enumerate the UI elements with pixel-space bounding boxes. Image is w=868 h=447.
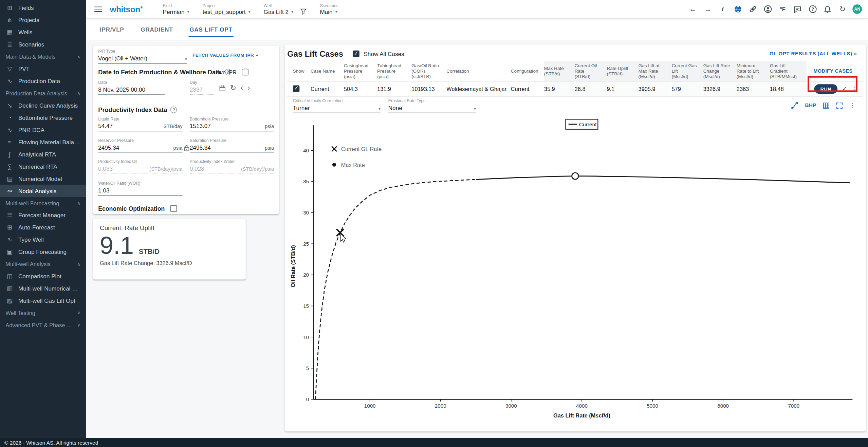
sidebar-section-title: Production Data Analysis: [5, 90, 75, 96]
back-icon[interactable]: ←: [688, 4, 698, 14]
tab-ipr-vlp[interactable]: IPR/VLP: [99, 22, 125, 37]
economic-optimization-checkbox[interactable]: [170, 205, 177, 212]
gl-opt-results-link[interactable]: GL OPT RESULTS (ALL WELLS) »: [770, 51, 857, 56]
scenarios-selector[interactable]: Scenarios Main▾: [320, 3, 338, 15]
account-icon[interactable]: [763, 4, 773, 14]
sidebar-item-numerical-rta[interactable]: ∑Numerical RTA: [0, 160, 86, 172]
calendar-icon[interactable]: [219, 85, 226, 91]
selector-value: Gas Lift 2: [264, 8, 289, 15]
chart-menu-icon[interactable]: ⋮: [849, 101, 856, 109]
sidebar-section-advanced-pvt-phase-beha[interactable]: Advanced PVT & Phase Beha...∨: [0, 319, 86, 331]
sidebar-item-pvt[interactable]: ▽PVT: [0, 63, 86, 75]
x-axis-title: Gas Lift Rate (Mscf/d): [553, 412, 610, 418]
app-logo[interactable]: whitson+: [110, 4, 143, 14]
wor-field[interactable]: Water/Oil Ratio (WOR) 1.03-: [98, 181, 182, 196]
well-filter-icon[interactable]: [300, 8, 307, 15]
critical-velocity-correlation-select[interactable]: Critical Velocity Correlation Turner▾: [293, 98, 381, 113]
sidebar-item-label: Type Well: [18, 236, 44, 243]
sidebar-item-multi-well-gas-lift-opt[interactable]: ▨Multi-well Gas Lift Opt: [0, 295, 86, 307]
row-menu-icon[interactable]: ⋮: [852, 85, 858, 93]
liquid-rate-field[interactable]: Liquid Rate 54.47STB/day: [98, 116, 182, 131]
reservoir-pressure-field[interactable]: Reservoir Pressure 2495.34psia: [98, 138, 182, 153]
sidebar-item-analytical-rta[interactable]: ∫Analytical RTA: [0, 148, 86, 160]
sidebar-item-pnr-dca[interactable]: ∿PNR DCA: [0, 124, 86, 136]
sidebar-item-decline-curve-analysis[interactable]: ↘Decline Curve Analysis: [0, 99, 86, 111]
sidebar-section-production-data-analysis[interactable]: Production Data Analysis∧: [0, 87, 86, 99]
selector-label: Project: [203, 3, 251, 8]
comparison-plot-icon: ◫: [5, 273, 14, 280]
user-avatar[interactable]: AN: [852, 4, 862, 14]
ipr-type-select[interactable]: IPR Type Vogel (Oil + Water)▾: [98, 49, 187, 64]
sidebar-item-auto-forecast[interactable]: ⊞Auto-Forecast: [0, 221, 86, 234]
field-label: Erosional Rate Type: [388, 98, 476, 103]
modify-cases-button[interactable]: MODIFY CASES: [814, 68, 853, 74]
refresh-icon[interactable]: ↻: [837, 4, 847, 14]
sidebar-item-nodal-analysis[interactable]: ∾Nodal Analysis: [0, 185, 86, 197]
date-section-title: Date to Fetch Production & Wellbore Data: [98, 69, 231, 76]
sidebar-item-scenarios[interactable]: ≣Scenarios: [0, 38, 86, 51]
link-icon[interactable]: [747, 4, 757, 14]
next-date-icon[interactable]: ›: [247, 84, 250, 91]
sidebar-section-well-testing[interactable]: Well Testing∨: [0, 307, 86, 319]
notifications-icon[interactable]: [823, 4, 832, 14]
sidebar-item-forecast-manager[interactable]: ☰Forecast Manager: [0, 209, 86, 221]
sidebar-section-multi-well-analysis[interactable]: Multi-well Analysis∧: [0, 258, 86, 270]
globe-icon[interactable]: [733, 4, 742, 14]
sidebar-section-main-data-models[interactable]: Main Data & Models∧: [0, 51, 86, 63]
fullscreen-icon[interactable]: [836, 102, 843, 109]
sidebar-section-multi-well-forecasting[interactable]: Multi-well Forecasting∧: [0, 197, 86, 209]
ave-ipr-checkbox[interactable]: [242, 69, 248, 76]
svg-text:4000: 4000: [576, 403, 588, 409]
bottomhole-pressure-field[interactable]: Bottomhole Pressure 1513.07psia: [190, 116, 274, 131]
table-cell: 3326.9: [703, 81, 737, 97]
run-button[interactable]: RUN: [814, 85, 838, 94]
bhp-toggle[interactable]: BHP: [805, 103, 817, 108]
sidebar-item-wells[interactable]: ▦Wells: [0, 26, 86, 38]
chevron-down-icon: ▾: [185, 57, 187, 61]
svg-text:35: 35: [303, 179, 309, 184]
show-all-cases-checkbox[interactable]: [353, 51, 359, 57]
chart-legend: Current: [566, 119, 598, 129]
forward-icon[interactable]: →: [703, 4, 713, 14]
date-field[interactable]: Date 8 Nov. 2025 00:00: [98, 80, 165, 95]
temperature-unit-toggle[interactable]: °F: [778, 4, 788, 14]
help-icon[interactable]: [170, 107, 177, 113]
well-selector[interactable]: Well Gas Lift 2▾: [264, 3, 307, 15]
sidebar-item-fields[interactable]: ⊞Fields: [0, 2, 86, 14]
prev-date-icon[interactable]: ‹: [241, 84, 243, 91]
sidebar-item-projects[interactable]: ⋔Projects: [0, 14, 86, 26]
svg-text:3000: 3000: [505, 403, 517, 409]
lock-icon[interactable]: [184, 144, 190, 153]
saturation-pressure-field[interactable]: Saturation Pressure 2495.34psia: [190, 138, 274, 153]
sidebar-item-multi-well-numerical-model[interactable]: ▥Multi-well Numerical Model: [0, 282, 86, 295]
svg-text:30: 30: [303, 210, 309, 216]
sidebar-item-label: Flowing Material Balance: [18, 138, 81, 145]
sidebar-item-type-well[interactable]: ∿Type Well: [0, 234, 86, 246]
help-icon[interactable]: ?: [808, 4, 817, 14]
sidebar-item-bottomhole-pressure[interactable]: ◔Bottomhole Pressure: [0, 111, 86, 124]
sidebar-item-production-data[interactable]: ∿Production Data: [0, 75, 86, 87]
sync-date-icon[interactable]: ↻: [230, 84, 236, 91]
tab-gas-lift-opt[interactable]: GAS LIFT OPT: [188, 22, 234, 37]
fetch-values-from-ipr-button[interactable]: FETCH VALUES FROM IPR »: [192, 53, 258, 58]
tab-gradient[interactable]: GRADIENT: [140, 22, 174, 37]
feedback-icon[interactable]: [793, 4, 802, 14]
sidebar-item-flowing-material-balance[interactable]: ≈Flowing Material Balance: [0, 136, 86, 148]
row-checkbox[interactable]: [293, 85, 300, 92]
menu-icon[interactable]: [94, 6, 102, 12]
field-selector[interactable]: Field Permian▾: [163, 3, 189, 15]
info-icon[interactable]: i: [718, 4, 727, 14]
field-label: Day: [190, 80, 215, 85]
sidebar-item-comparison-plot[interactable]: ◫Comparison Plot: [0, 270, 86, 282]
sidebar-item-group-forecasting[interactable]: ▣Group Forecasting: [0, 246, 86, 258]
gas-lift-chart[interactable]: 1000200030004000500060007000051015202530…: [287, 114, 864, 428]
apply-check-icon[interactable]: ✓: [842, 86, 847, 93]
trendline-icon[interactable]: [791, 101, 799, 109]
table-view-icon[interactable]: [823, 102, 830, 109]
chevron-down-icon: ∨: [77, 322, 80, 328]
erosional-rate-type-select[interactable]: Erosional Rate Type None▾: [388, 98, 476, 113]
sidebar-item-numerical-model[interactable]: ▤Numerical Model: [0, 172, 86, 185]
day-field[interactable]: Day 2337: [190, 80, 215, 95]
sidebar-item-label: Forecast Manager: [18, 212, 66, 219]
project-selector[interactable]: Project test_api_support▾: [203, 3, 251, 15]
